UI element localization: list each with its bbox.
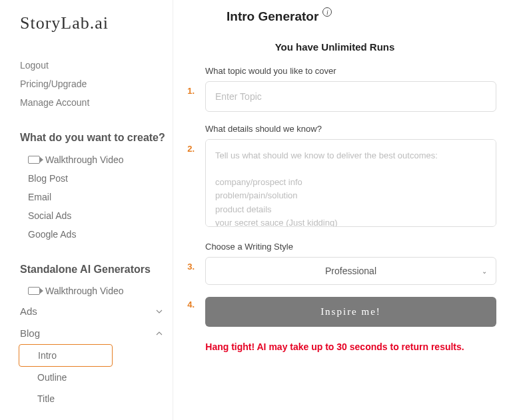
label-style: Choose a Writing Style xyxy=(205,242,496,252)
group-blog[interactable]: Blog xyxy=(20,322,173,344)
item-email[interactable]: Email xyxy=(20,188,173,206)
style-select[interactable]: Professional xyxy=(205,257,496,285)
sub-item-title[interactable]: Title xyxy=(25,388,173,409)
step-number-3: 3. xyxy=(173,242,205,285)
item-label: Google Ads xyxy=(28,229,76,240)
item-social-ads[interactable]: Social Ads xyxy=(20,206,173,225)
group-ads[interactable]: Ads xyxy=(20,300,173,322)
step-number-1: 1. xyxy=(173,66,205,112)
label-topic: What topic would you like to cover xyxy=(205,66,496,76)
video-icon xyxy=(28,156,40,164)
section-title-create: What do you want to create? xyxy=(20,130,173,145)
topic-input[interactable] xyxy=(205,81,496,112)
item-blog-post[interactable]: Blog Post xyxy=(20,169,173,188)
section-title-standalone: Standalone AI Generators xyxy=(20,262,173,277)
nav-pricing[interactable]: Pricing/Upgrade xyxy=(20,75,173,93)
item-label: Social Ads xyxy=(28,210,71,221)
item-label: Walkthrough Video xyxy=(45,154,124,165)
top-links: Logout Pricing/Upgrade Manage Account xyxy=(20,56,173,112)
group-blog-children: Intro Outline Title xyxy=(20,344,173,409)
step-3: 3. Choose a Writing Style Professional ⌄ xyxy=(173,242,496,285)
step-2: 2. What details should we know? xyxy=(173,124,496,230)
step-number-4: 4. xyxy=(173,297,205,327)
inspire-button[interactable]: Inspire me! xyxy=(205,297,496,327)
page-title-row: Intro Generator i xyxy=(173,9,496,24)
item-google-ads[interactable]: Google Ads xyxy=(20,225,173,244)
label-details: What details should we know? xyxy=(205,124,496,134)
step-4: 4. Inspire me! xyxy=(173,297,496,327)
create-list: Walkthrough Video Blog Post Email Social… xyxy=(20,150,173,244)
group-label: Blog xyxy=(20,327,40,339)
style-select-wrap: Professional ⌄ xyxy=(205,257,496,285)
item-label: Blog Post xyxy=(28,173,68,184)
step-1: 1. What topic would you like to cover xyxy=(173,66,496,112)
item-label: Walkthrough Video xyxy=(45,286,124,296)
chevron-down-icon xyxy=(154,306,165,317)
item-label: Email xyxy=(28,192,51,202)
sub-item-intro[interactable]: Intro xyxy=(19,344,113,367)
group-label: Ads xyxy=(20,306,37,317)
details-textarea[interactable] xyxy=(205,139,496,227)
main: Intro Generator i You have Unlimited Run… xyxy=(173,0,515,420)
logo: StoryLab.ai xyxy=(20,13,173,33)
nav-logout[interactable]: Logout xyxy=(20,56,173,75)
item-walkthrough-video[interactable]: Walkthrough Video xyxy=(20,150,173,169)
page-title: Intro Generator xyxy=(227,9,318,24)
nav-manage-account[interactable]: Manage Account xyxy=(20,93,173,112)
item-walkthrough-video-2[interactable]: Walkthrough Video xyxy=(20,282,173,300)
sidebar: StoryLab.ai Logout Pricing/Upgrade Manag… xyxy=(0,0,173,420)
info-icon[interactable]: i xyxy=(322,7,332,17)
wait-notice: Hang tight! AI may take up to 30 seconds… xyxy=(173,340,496,354)
chevron-up-icon xyxy=(154,328,165,339)
video-icon xyxy=(28,287,40,295)
sub-item-outline[interactable]: Outline xyxy=(25,367,173,388)
runs-label: You have Unlimited Runs xyxy=(173,41,496,53)
step-number-2: 2. xyxy=(173,124,205,230)
